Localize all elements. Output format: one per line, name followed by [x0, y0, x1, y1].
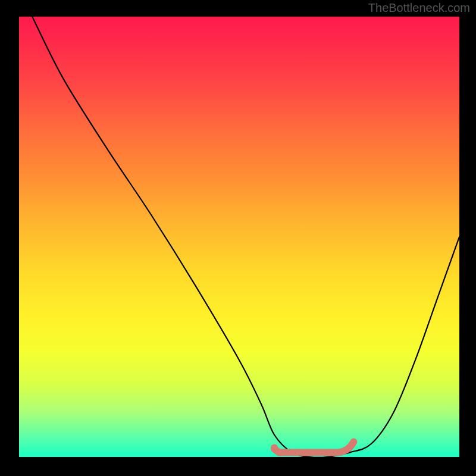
svg-point-0: [271, 444, 278, 452]
watermark-text: TheBottleneck.com: [368, 1, 470, 15]
highlight-band: [19, 17, 459, 457]
chart-plot-area: [19, 17, 459, 457]
